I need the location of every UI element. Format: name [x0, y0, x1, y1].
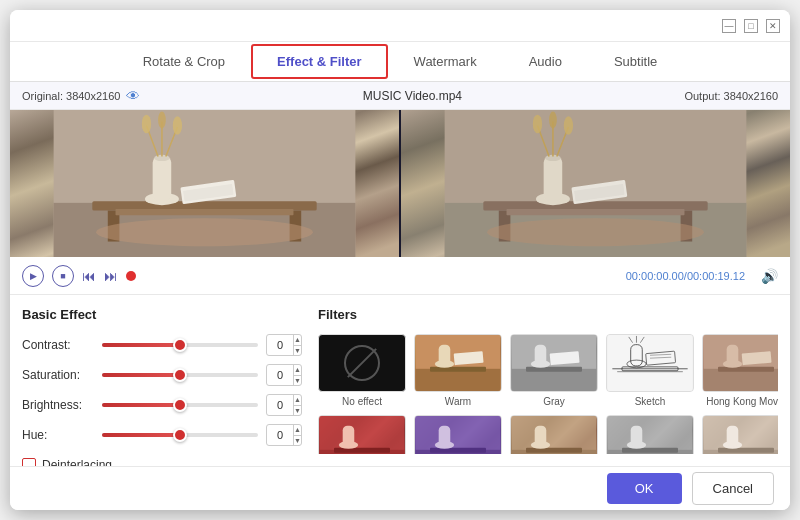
video-preview-left — [10, 110, 399, 257]
contrast-up[interactable]: ▲ — [294, 335, 301, 346]
contrast-slider-track — [102, 343, 258, 347]
filter-thumb-row2c — [510, 415, 598, 454]
filter-item-row2c[interactable] — [510, 415, 598, 454]
saturation-down[interactable]: ▼ — [294, 376, 301, 386]
filter-name-warm: Warm — [445, 396, 471, 407]
hue-up[interactable]: ▲ — [294, 425, 301, 436]
filter-item-row2d[interactable] — [606, 415, 694, 454]
next-frame-button[interactable]: ⏭ — [104, 268, 118, 284]
deinterlacing-checkbox[interactable] — [22, 458, 36, 466]
svg-rect-7 — [153, 156, 172, 201]
filter-item-gray[interactable]: Gray — [510, 334, 598, 407]
filter-item-no-effect[interactable]: No effect — [318, 334, 406, 407]
filter-item-row2a[interactable] — [318, 415, 406, 454]
tab-audio[interactable]: Audio — [503, 44, 588, 79]
svg-point-31 — [549, 112, 557, 129]
row2a-svg — [319, 416, 405, 454]
video-area — [10, 110, 790, 257]
svg-rect-37 — [416, 369, 501, 391]
contrast-slider-thumb[interactable] — [173, 338, 187, 352]
eye-icon[interactable]: 👁 — [126, 88, 140, 104]
tab-watermark[interactable]: Watermark — [388, 44, 503, 79]
brightness-down[interactable]: ▼ — [294, 406, 301, 416]
brightness-up[interactable]: ▲ — [294, 395, 301, 406]
saturation-arrows: ▲ ▼ — [293, 365, 301, 385]
contrast-spinner: 0 ▲ ▼ — [266, 334, 302, 356]
svg-point-30 — [533, 115, 542, 134]
filter-item-row2e[interactable] — [702, 415, 778, 454]
filter-name-hongkong: Hong Kong Movie — [706, 396, 778, 407]
filter-item-hongkong[interactable]: Hong Kong Movie — [702, 334, 778, 407]
tab-rotate-crop[interactable]: Rotate & Crop — [117, 44, 251, 79]
svg-rect-43 — [512, 369, 597, 391]
saturation-slider-thumb[interactable] — [173, 368, 187, 382]
filter-thumb-sketch — [606, 334, 694, 392]
saturation-slider-container — [102, 373, 258, 377]
svg-rect-76 — [439, 426, 451, 447]
svg-point-13 — [158, 112, 166, 129]
contrast-slider-container — [102, 343, 258, 347]
svg-rect-74 — [430, 448, 486, 453]
tab-bar: Rotate & Crop Effect & Filter Watermark … — [10, 42, 790, 82]
svg-point-35 — [487, 218, 704, 246]
no-effect-circle — [344, 345, 380, 381]
saturation-up[interactable]: ▲ — [294, 365, 301, 376]
saturation-spinner: 0 ▲ ▼ — [266, 364, 302, 386]
svg-rect-44 — [526, 367, 582, 372]
row2c-svg — [511, 416, 597, 454]
video-panel-left — [10, 110, 399, 257]
minimize-button[interactable]: — — [722, 19, 736, 33]
close-button[interactable]: ✕ — [766, 19, 780, 33]
row2e-svg — [703, 416, 778, 454]
hue-label: Hue: — [22, 428, 102, 442]
saturation-label: Saturation: — [22, 368, 102, 382]
tab-effect-filter[interactable]: Effect & Filter — [251, 44, 388, 79]
cancel-button[interactable]: Cancel — [692, 472, 774, 505]
filter-item-sketch[interactable]: Sketch — [606, 334, 694, 407]
play-button[interactable]: ▶ — [22, 265, 44, 287]
window-controls: — □ ✕ — [722, 19, 780, 33]
contrast-label: Contrast: — [22, 338, 102, 352]
filter-thumb-warm — [414, 334, 502, 392]
saturation-row: Saturation: 0 ▲ ▼ — [22, 364, 302, 386]
brightness-label: Brightness: — [22, 398, 102, 412]
time-display: 00:00:00.00/00:00:19.12 — [144, 270, 745, 282]
filter-item-warm[interactable]: Warm — [414, 334, 502, 407]
svg-rect-66 — [704, 335, 778, 391]
brightness-arrows: ▲ ▼ — [293, 395, 301, 415]
progress-indicator — [126, 271, 136, 281]
tab-subtitle[interactable]: Subtitle — [588, 44, 683, 79]
left-panel: Basic Effect Contrast: 0 ▲ ▼ — [22, 307, 302, 454]
bottom-bar: OK Cancel — [10, 466, 790, 510]
sketch-svg — [607, 335, 693, 391]
maximize-button[interactable]: □ — [744, 19, 758, 33]
filter-thumb-row2a — [318, 415, 406, 454]
hongkong-svg — [703, 335, 778, 391]
ok-button[interactable]: OK — [607, 473, 682, 504]
filter-thumb-gray — [510, 334, 598, 392]
svg-rect-89 — [718, 448, 774, 453]
row2b-svg — [415, 416, 501, 454]
contrast-row: Contrast: 0 ▲ ▼ — [22, 334, 302, 356]
filter-name-sketch: Sketch — [635, 396, 666, 407]
filter-thumb-row2b — [414, 415, 502, 454]
deinterlacing-row: Deinterlacing — [22, 458, 302, 466]
contrast-down[interactable]: ▼ — [294, 346, 301, 356]
svg-rect-81 — [535, 426, 547, 447]
prev-frame-button[interactable]: ⏮ — [82, 268, 96, 284]
brightness-spinner: 0 ▲ ▼ — [266, 394, 302, 416]
hue-row: Hue: 0 ▲ ▼ — [22, 424, 302, 446]
scene-svg-left — [10, 110, 399, 257]
svg-rect-79 — [526, 448, 582, 453]
hue-down[interactable]: ▼ — [294, 436, 301, 446]
stop-button[interactable]: ■ — [52, 265, 74, 287]
hue-slider-thumb[interactable] — [173, 428, 187, 442]
contrast-arrows: ▲ ▼ — [293, 335, 301, 355]
volume-icon[interactable]: 🔊 — [761, 268, 778, 284]
deinterlacing-label: Deinterlacing — [42, 458, 112, 466]
svg-point-32 — [564, 116, 573, 135]
brightness-slider-thumb[interactable] — [173, 398, 187, 412]
filter-item-row2b[interactable] — [414, 415, 502, 454]
video-preview-right — [401, 110, 790, 257]
no-effect-line — [347, 348, 377, 378]
